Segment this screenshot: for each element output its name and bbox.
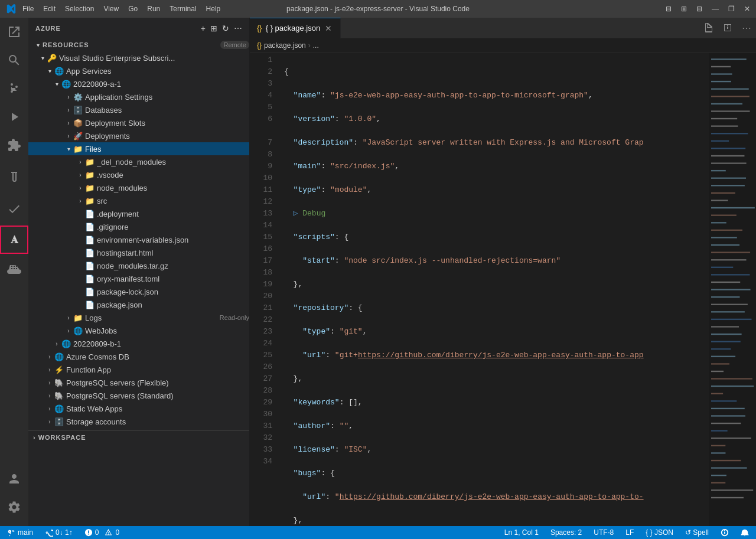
menu-selection[interactable]: Selection xyxy=(65,5,94,13)
statusbar-encoding[interactable]: UTF-8 xyxy=(591,526,616,539)
function-app-label: Function App xyxy=(66,365,249,374)
app-service-b1-icon: 🌐 xyxy=(61,339,71,348)
window-layout-icon[interactable]: ⊟ xyxy=(666,5,672,13)
minimap-canvas xyxy=(709,53,756,526)
activitybar-checkmark[interactable] xyxy=(0,195,28,223)
storage-accounts-item[interactable]: › 🗄️ Storage accounts xyxy=(28,415,249,428)
file-deployment[interactable]: › 📄 .deployment xyxy=(28,207,249,220)
app-settings-item[interactable]: › ⚙️ Application Settings xyxy=(28,90,249,103)
file-node-modules[interactable]: › 📁 node_modules xyxy=(28,181,249,194)
postgres-std-icon: 🐘 xyxy=(54,391,64,400)
logs-badge: Read-only xyxy=(220,314,249,321)
file-package-json-icon: 📄 xyxy=(85,300,94,309)
window-close-button[interactable]: ✕ xyxy=(744,5,750,13)
subscription-item[interactable]: ▾ 🔑 Visual Studio Enterprise Subscri... xyxy=(28,51,249,64)
file-oryx[interactable]: › 📄 oryx-manifest.toml xyxy=(28,272,249,285)
statusbar-spell[interactable]: ↺ Spell xyxy=(683,526,711,539)
window-minimize-button[interactable]: — xyxy=(712,5,719,13)
activitybar-run[interactable] xyxy=(0,103,28,131)
files-item[interactable]: ▾ 📁 Files xyxy=(28,142,249,155)
file-del-node[interactable]: › 📁 _del_node_modules xyxy=(28,155,249,168)
menu-view[interactable]: View xyxy=(103,5,119,13)
app-service-b1[interactable]: › 🌐 20220809-b-1 xyxy=(28,337,249,350)
databases-item[interactable]: › 🗄️ Databases xyxy=(28,103,249,116)
logs-arrow-icon: › xyxy=(64,315,73,321)
file-gitignore[interactable]: › 📄 .gitignore xyxy=(28,220,249,233)
code-line-4: "description": "JavaScript server writte… xyxy=(284,137,709,149)
webjobs-item[interactable]: › 🌐 WebJobs xyxy=(28,324,249,337)
activitybar-extensions[interactable] xyxy=(0,131,28,159)
activitybar-search[interactable] xyxy=(0,46,28,74)
postgres-flex-item[interactable]: › 🐘 PostgreSQL servers (Flexible) xyxy=(28,376,249,389)
menu-terminal[interactable]: Terminal xyxy=(170,5,196,13)
sidebar-more-icon[interactable]: ⋯ xyxy=(234,24,242,33)
sidebar-add-icon[interactable]: + xyxy=(201,24,206,33)
vscode-logo-icon xyxy=(6,4,17,14)
tab-split-button[interactable]: ⋯ xyxy=(699,22,756,34)
file-gitignore-icon: 📄 xyxy=(85,223,94,231)
file-node-modules-tar[interactable]: › 📄 node_modules.tar.gz xyxy=(28,259,249,272)
app-services-item[interactable]: ▾ 🌐 App Services xyxy=(28,64,249,77)
statusbar-branch[interactable]: main xyxy=(5,526,35,539)
tab-more-icon[interactable]: ⋯ xyxy=(742,22,751,34)
postgres-flex-arrow-icon: › xyxy=(45,380,54,386)
deployment-slots-item[interactable]: › 📦 Deployment Slots xyxy=(28,116,249,129)
file-vscode[interactable]: › 📁 .vscode xyxy=(28,168,249,181)
activitybar-azure[interactable]: 𝐀 xyxy=(0,226,28,254)
file-env-vars[interactable]: › 📄 environment-variables.json xyxy=(28,233,249,246)
code-content[interactable]: { "name": "js-e2e-web-app-easy-auth-app-… xyxy=(279,53,709,526)
activitybar-docker[interactable] xyxy=(0,256,28,285)
menu-go[interactable]: Go xyxy=(128,5,138,13)
logs-item[interactable]: › 📁 Logs Read-only xyxy=(28,311,249,324)
statusbar-errors[interactable]: 0 0 xyxy=(82,526,122,539)
menu-edit[interactable]: Edit xyxy=(43,5,56,13)
statusbar-warnings-label: 0 xyxy=(115,528,119,537)
workspace-section[interactable]: › WORKSPACE xyxy=(28,430,249,443)
activitybar-explorer[interactable] xyxy=(0,18,28,46)
menu-run[interactable]: Run xyxy=(147,5,160,13)
menu-help[interactable]: Help xyxy=(206,5,221,13)
statusbar-spaces[interactable]: Spaces: 2 xyxy=(548,526,584,539)
file-src[interactable]: › 📁 src xyxy=(28,194,249,207)
cosmos-db-item[interactable]: › 🌐 Azure Cosmos DB xyxy=(28,350,249,363)
app-service-a1[interactable]: ▾ 🌐 20220809-a-1 xyxy=(28,77,249,90)
statusbar-remote[interactable] xyxy=(718,526,731,539)
code-line-17: "bugs": { xyxy=(284,468,709,479)
file-package-lock[interactable]: › 📄 package-lock.json xyxy=(28,285,249,298)
file-package-json[interactable]: › 📄 package.json xyxy=(28,298,249,311)
titlebar-menu[interactable]: File Edit Selection View Go Run Terminal… xyxy=(22,5,220,13)
file-hostingstart[interactable]: › 📄 hostingstart.html xyxy=(28,246,249,259)
statusbar-sync[interactable]: 0↓ 1↑ xyxy=(43,526,75,539)
activitybar-test[interactable] xyxy=(0,164,28,192)
section-resources[interactable]: ▾ RESOURCES Remote xyxy=(28,38,249,51)
statusbar-position[interactable]: Ln 1, Col 1 xyxy=(502,526,541,539)
tab-close-button[interactable]: ✕ xyxy=(324,22,333,34)
statusbar-language[interactable]: { } JSON xyxy=(643,526,676,539)
sidebar-list-icon[interactable]: ⊞ xyxy=(210,24,217,33)
activitybar-account[interactable] xyxy=(0,465,28,493)
window-layout2-icon[interactable]: ⊞ xyxy=(681,5,687,13)
window-maximize-button[interactable]: ❐ xyxy=(728,5,735,13)
statusbar-notifications[interactable] xyxy=(738,526,751,539)
deployments-item[interactable]: › 🚀 Deployments xyxy=(28,129,249,142)
window-layout3-icon[interactable]: ⊟ xyxy=(696,5,702,13)
sidebar-actions[interactable]: + ⊞ ↻ ⋯ xyxy=(201,24,242,33)
postgres-std-item[interactable]: › 🐘 PostgreSQL servers (Standard) xyxy=(28,389,249,402)
files-label: Files xyxy=(85,145,249,153)
menu-file[interactable]: File xyxy=(22,5,34,13)
tab-package-json[interactable]: {} { } package.json ✕ xyxy=(250,18,341,38)
resources-label: RESOURCES xyxy=(43,41,217,48)
window-controls[interactable]: ⊟ ⊞ ⊟ — ❐ ✕ xyxy=(666,5,750,13)
statusbar-eol[interactable]: LF xyxy=(623,526,636,539)
function-app-item[interactable]: › ⚡ Function App xyxy=(28,363,249,376)
activitybar-settings[interactable] xyxy=(0,493,28,521)
static-web-apps-item[interactable]: › 🌐 Static Web Apps xyxy=(28,402,249,415)
sidebar: AZURE + ⊞ ↻ ⋯ ▾ RESOURCES Remote ▾ 🔑 Vis… xyxy=(28,18,250,526)
window-title: package.json - js-e2e-express-server - V… xyxy=(286,5,470,13)
remote-badge: Remote xyxy=(220,41,249,49)
statusbar-branch-label: main xyxy=(18,528,33,537)
file-package-lock-label: package-lock.json xyxy=(97,288,249,296)
activitybar-source-control[interactable] xyxy=(0,74,28,103)
sidebar-refresh-icon[interactable]: ↻ xyxy=(222,24,229,33)
main-layout: 𝐀 AZURE + ⊞ ↻ ⋯ xyxy=(0,18,756,526)
